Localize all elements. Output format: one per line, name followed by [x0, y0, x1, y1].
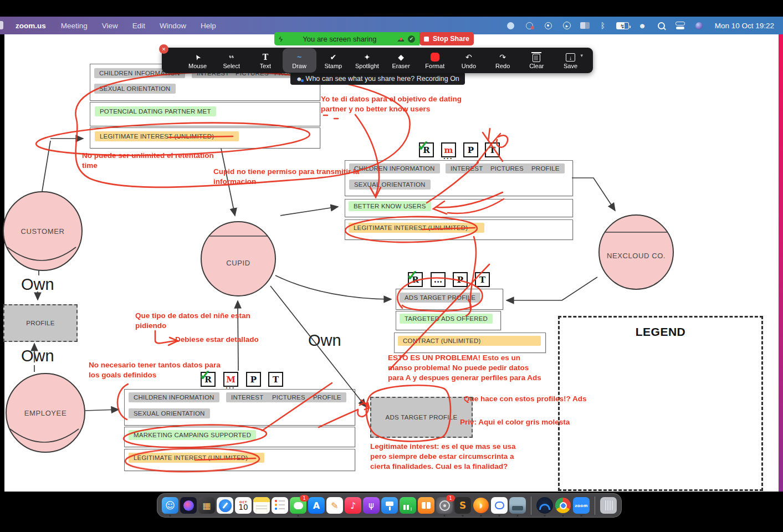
- tool-draw[interactable]: ~Draw: [283, 48, 316, 73]
- tool-label: Redo: [495, 63, 510, 69]
- role-icon-T: T: [475, 272, 490, 287]
- running-indicator: [170, 515, 171, 516]
- stamp-icon: ✔: [330, 52, 336, 63]
- tool-redo[interactable]: ↷Redo: [486, 48, 520, 73]
- clear-icon: [533, 52, 540, 63]
- running-indicator: [298, 515, 299, 516]
- legal-pill: LEGITIMATE INTEREST (UNLIMITED): [349, 223, 484, 233]
- tool-select[interactable]: ↔↕Select: [214, 48, 248, 73]
- wallpaper-icon[interactable]: [693, 21, 704, 30]
- person-icon: ☻: [296, 75, 303, 82]
- menubar-menus: MeetingViewEditWindowHelp: [54, 22, 223, 30]
- menu-meeting[interactable]: Meeting: [61, 22, 88, 30]
- notification-badge: 1: [446, 495, 455, 502]
- role-icon-m: m: [441, 142, 456, 157]
- own-relation-label: Own: [21, 347, 54, 365]
- legal-pill: CONTRACT (UNLIMITED): [398, 336, 541, 346]
- role-cupid: CUPID: [201, 221, 276, 296]
- account-icon[interactable]: ☻: [637, 21, 648, 30]
- tool-label: Spotlight: [355, 63, 379, 69]
- tool-label: Save: [564, 63, 577, 69]
- menu-view[interactable]: View: [102, 22, 118, 30]
- screen-sharing-banner: ϟ You are screen sharing ☁ ✔: [274, 32, 419, 45]
- running-indicator: [480, 515, 482, 516]
- display-icon[interactable]: [580, 22, 590, 29]
- tool-undo[interactable]: ↶Undo: [452, 48, 485, 73]
- wallpaper-edge-strip: [779, 34, 783, 492]
- tool-format[interactable]: Format: [418, 48, 452, 73]
- stop-share-label: Stop Share: [433, 35, 469, 43]
- dock-numbers-icon[interactable]: [400, 497, 416, 514]
- control-icon[interactable]: [674, 21, 685, 30]
- bluetooth-icon[interactable]: ᛒ: [597, 21, 608, 30]
- dock-zoom-icon[interactable]: zoom: [573, 497, 590, 514]
- dock-settings-icon[interactable]: 1: [436, 497, 453, 514]
- red-note: Yo te di datos para el objetivo de datin…: [321, 94, 472, 114]
- dock-app-store-icon[interactable]: [308, 497, 325, 514]
- redo-icon: ↷: [499, 52, 506, 63]
- macos-dock: OCT1011zoom: [157, 493, 622, 518]
- dock-keynote-icon[interactable]: [381, 497, 398, 514]
- dock-sublime-text-icon[interactable]: [454, 497, 471, 514]
- info-pill: SEXUAL ORIENTATION: [129, 408, 210, 418]
- menu-window[interactable]: Window: [160, 22, 186, 30]
- red-note: No necesario tener tantos datos para los…: [89, 360, 231, 380]
- dock-reminders-icon[interactable]: [272, 497, 288, 514]
- battery-icon[interactable]: [616, 22, 629, 29]
- tool-text[interactable]: TText: [248, 48, 282, 73]
- recording-cloud-icon[interactable]: ☁: [397, 34, 405, 43]
- running-indicator: [581, 515, 582, 516]
- role-icon-dots: ...: [431, 272, 446, 287]
- red-note: Que tipo de datos del niñe estan pidiend…: [135, 311, 260, 331]
- tool-save[interactable]: ↓▾Save: [554, 48, 587, 73]
- menu-edit[interactable]: Edit: [132, 22, 145, 30]
- dock-safari-icon[interactable]: [217, 497, 233, 514]
- tool-clear[interactable]: Clear: [520, 48, 554, 73]
- zoom-app-icon[interactable]: [505, 21, 516, 30]
- stop-icon: [424, 37, 429, 42]
- menu-help[interactable]: Help: [201, 22, 216, 30]
- dock-firefox-icon[interactable]: [473, 497, 489, 514]
- dock-notes-icon[interactable]: [253, 497, 270, 514]
- annotation-toolbar: ✕ ➤Mouse↔↕SelectTText~Draw✔Stamp✦Spotlig…: [162, 48, 593, 73]
- dock-finder-icon[interactable]: [162, 497, 178, 514]
- tool-mouse[interactable]: ➤Mouse: [181, 48, 214, 73]
- legend-title: LEGEND: [560, 325, 761, 339]
- tool-stamp[interactable]: ✔Stamp: [316, 48, 350, 73]
- dock-trash-icon[interactable]: [600, 497, 617, 514]
- play-icon[interactable]: [561, 21, 572, 30]
- undo-icon: ↶: [465, 52, 472, 63]
- compass-icon[interactable]: [543, 21, 554, 30]
- menubar-app-name[interactable]: zoom.us: [16, 22, 46, 30]
- role-icon-T: T: [268, 372, 283, 387]
- dock-music-icon[interactable]: [345, 497, 361, 514]
- tool-eraser[interactable]: ◆Eraser: [384, 48, 418, 73]
- menubar-clock[interactable]: Mon 10 Oct 19:22: [715, 17, 774, 34]
- dock-messages-icon[interactable]: 1: [290, 497, 306, 514]
- dock-books-icon[interactable]: [418, 497, 434, 514]
- security-shield-icon[interactable]: ✔: [408, 35, 415, 43]
- dock-podcasts-icon[interactable]: [363, 497, 380, 514]
- dock-calendar-icon[interactable]: OCT10: [235, 497, 252, 514]
- close-toolbar-button[interactable]: ✕: [159, 44, 168, 54]
- red-note: Legitimate interest: es el que mas se us…: [370, 442, 520, 471]
- goal-pill: BETTER KNOW USERS: [349, 201, 431, 211]
- dock-nordvpn-icon[interactable]: [536, 497, 553, 514]
- save-icon: ↓▾: [566, 52, 575, 63]
- dock-chrome-icon[interactable]: [555, 497, 571, 514]
- spotlight-icon[interactable]: [656, 21, 667, 30]
- tool-spotlight[interactable]: ✦Spotlight: [350, 48, 384, 73]
- recording-icon[interactable]: [524, 21, 535, 30]
- dock-pages-icon[interactable]: [326, 497, 343, 514]
- dock-siri-icon[interactable]: [180, 497, 197, 514]
- agent-customer: CUSTOMER: [3, 191, 83, 271]
- stop-share-button[interactable]: Stop Share: [419, 32, 474, 45]
- select-icon: ↔↕: [227, 52, 236, 63]
- dock-signal-icon[interactable]: [491, 497, 508, 514]
- goal-pill: POTENCIAL DATING PARTNER MET: [95, 106, 216, 116]
- dock-preview-photo-icon[interactable]: [509, 497, 526, 514]
- running-indicator: [499, 515, 500, 516]
- dock-launchpad-icon[interactable]: [198, 497, 215, 514]
- text-icon: T: [263, 52, 268, 63]
- info-pill: SEXUAL ORIENTATION: [94, 84, 176, 94]
